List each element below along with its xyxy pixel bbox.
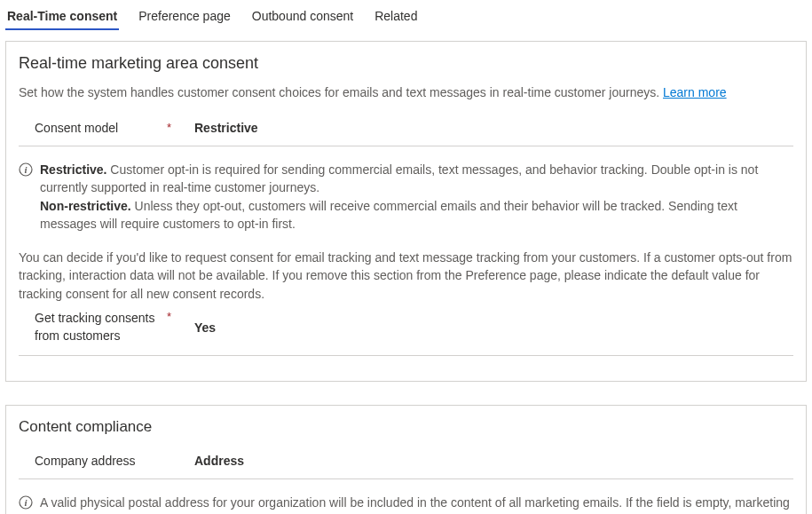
address-info: i A valid physical postal address for yo… bbox=[19, 488, 793, 514]
consent-model-field: Consent model * Restrictive bbox=[19, 114, 793, 146]
svg-text:i: i bbox=[24, 497, 28, 508]
company-address-label: Company address bbox=[35, 454, 136, 468]
field-label-wrap: Get tracking consents from customers * bbox=[35, 310, 185, 344]
field-label-wrap: Company address bbox=[35, 454, 185, 468]
learn-more-link[interactable]: Learn more bbox=[663, 85, 727, 99]
svg-text:i: i bbox=[24, 164, 28, 175]
required-indicator: * bbox=[167, 121, 177, 134]
restrictive-label: Restrictive. bbox=[40, 162, 106, 177]
info-icon: i bbox=[19, 495, 33, 510]
nonrestrictive-label: Non-restrictive. bbox=[40, 199, 131, 213]
consent-model-value[interactable]: Restrictive bbox=[185, 121, 258, 135]
panel-title: Real-time marketing area consent bbox=[19, 54, 793, 73]
company-address-field: Company address Address bbox=[19, 447, 793, 479]
company-address-value[interactable]: Address bbox=[185, 454, 244, 468]
field-label-wrap: Consent model * bbox=[35, 121, 185, 135]
tracking-consents-value[interactable]: Yes bbox=[185, 320, 216, 335]
info-icon: i bbox=[19, 162, 33, 177]
tracking-consents-field: Get tracking consents from customers * Y… bbox=[19, 306, 793, 356]
tracking-description: You can decide if you'd like to request … bbox=[19, 249, 793, 303]
consent-model-info: i Restrictive. Customer opt-in is requir… bbox=[19, 155, 793, 233]
panel-desc-text: Set how the system handles customer cons… bbox=[19, 85, 663, 99]
panel-title: Content compliance bbox=[19, 418, 793, 436]
restrictive-text: Customer opt-in is required for sending … bbox=[40, 162, 758, 194]
tab-preference-page[interactable]: Preference page bbox=[137, 5, 233, 30]
tab-realtime-consent[interactable]: Real-Time consent bbox=[5, 5, 119, 30]
consent-model-label: Consent model bbox=[35, 121, 118, 135]
nonrestrictive-text: Unless they opt-out, customers will rece… bbox=[40, 199, 737, 231]
tab-bar: Real-Time consent Preference page Outbou… bbox=[5, 4, 807, 30]
required-indicator: * bbox=[167, 310, 177, 323]
tracking-consents-label: Get tracking consents from customers bbox=[35, 310, 167, 344]
tab-outbound-consent[interactable]: Outbound consent bbox=[250, 5, 355, 30]
content-compliance-panel: Content compliance Company address Addre… bbox=[5, 405, 807, 514]
address-info-text: A valid physical postal address for your… bbox=[40, 494, 793, 514]
panel-description: Set how the system handles customer cons… bbox=[19, 85, 793, 99]
realtime-consent-panel: Real-time marketing area consent Set how… bbox=[5, 41, 807, 382]
tab-related[interactable]: Related bbox=[373, 5, 419, 30]
info-text: Restrictive. Customer opt-in is required… bbox=[40, 161, 793, 233]
